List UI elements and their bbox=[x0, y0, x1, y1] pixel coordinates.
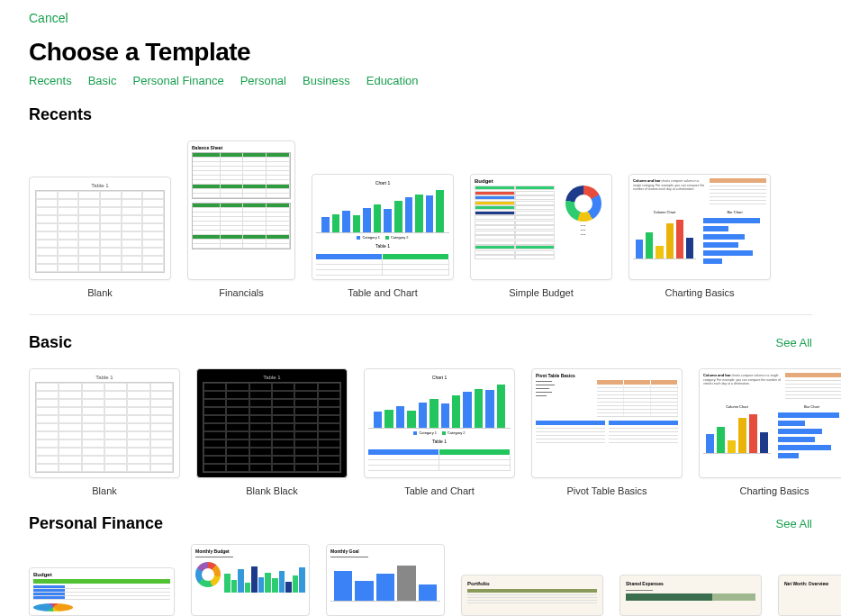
template-charting-basics[interactable]: Column and bar charts compare values in … bbox=[628, 174, 771, 298]
thumb-caption: Table 1 bbox=[35, 375, 174, 380]
template-net-worth[interactable]: Net Worth: Overview bbox=[778, 575, 841, 616]
legend-label: Category 2 bbox=[391, 235, 409, 240]
template-shared-expenses[interactable]: Shared Expenses ▬▬▬▬▬▬▬▬▬▬ bbox=[619, 575, 762, 616]
section-title-basic: Basic bbox=[29, 333, 72, 352]
basic-row: Table 1 Blank Table 1 Blank Black Chart … bbox=[29, 368, 812, 496]
tab-personal-finance[interactable]: Personal Finance bbox=[133, 74, 224, 87]
thumb-table-chart: Chart 1 Category 1Category 2 Table 1 bbox=[364, 368, 515, 478]
see-all-basic[interactable]: See All bbox=[776, 336, 812, 349]
thumb-blank-black: Table 1 bbox=[196, 368, 348, 478]
chart-label: Column Chart bbox=[633, 210, 696, 214]
thumb-caption: Table 1 bbox=[35, 183, 165, 188]
thumb-table-chart: Chart 1 Category 1Category 2 Table 1 bbox=[312, 174, 454, 280]
legend-label: Category 1 bbox=[419, 430, 437, 435]
template-portfolio[interactable]: Portfolio bbox=[461, 575, 603, 616]
tab-recents[interactable]: Recents bbox=[29, 74, 72, 87]
template-label: Table and Chart bbox=[348, 287, 418, 298]
chart-label: Bar Chart bbox=[778, 404, 841, 409]
legend-label: Category 1 bbox=[362, 235, 380, 240]
page-title: Choose a Template bbox=[29, 38, 812, 67]
thumb-caption: Pivot Table Basics bbox=[536, 373, 678, 378]
recents-row: Table 1 Blank Balance Sheet bbox=[29, 140, 812, 298]
cancel-button[interactable]: Cancel bbox=[29, 11, 812, 25]
thumb-caption: Net Worth: Overview bbox=[784, 581, 840, 586]
template-label: Blank bbox=[92, 485, 117, 496]
tab-business[interactable]: Business bbox=[303, 74, 350, 87]
template-label: Financials bbox=[219, 287, 264, 298]
thumb-pf-budget: Budget bbox=[29, 567, 175, 616]
thumb-caption: Monthly Goal bbox=[330, 548, 440, 554]
template-simple-budget[interactable]: Budget bbox=[470, 174, 612, 298]
thumb-caption: Table 1 bbox=[316, 243, 449, 249]
template-pf-budget[interactable]: Budget bbox=[29, 567, 175, 616]
thumb-caption: Budget bbox=[475, 178, 608, 184]
see-all-personal-finance[interactable]: See All bbox=[776, 517, 812, 530]
category-tabs: Recents Basic Personal Finance Personal … bbox=[29, 74, 812, 87]
thumb-caption: Portfolio bbox=[467, 581, 597, 586]
template-monthly-budget[interactable]: Monthly Budget ▬▬▬▬▬▬▬▬▬▬▬▬▬▬ bbox=[191, 544, 310, 616]
tab-basic[interactable]: Basic bbox=[88, 74, 117, 87]
template-label: Table and Chart bbox=[404, 485, 475, 496]
thumb-net-worth: Net Worth: Overview bbox=[778, 575, 841, 616]
template-table-and-chart-basic[interactable]: Chart 1 Category 1Category 2 Table 1 bbox=[364, 368, 515, 496]
section-title-personal-finance: Personal Finance bbox=[29, 514, 163, 533]
thumb-caption: Monthly Budget bbox=[195, 548, 305, 554]
template-blank-black[interactable]: Table 1 Blank Black bbox=[196, 368, 348, 496]
template-label: Blank bbox=[87, 287, 113, 298]
thumb-monthly-goal: Monthly Goal ▬▬▬▬▬▬▬▬▬▬▬▬▬▬ bbox=[326, 544, 445, 616]
thumb-bold: Column and bar bbox=[633, 178, 660, 183]
thumb-charting: Column and bar charts compare values in … bbox=[628, 174, 771, 280]
tab-education[interactable]: Education bbox=[366, 74, 419, 87]
thumb-caption: Chart 1 bbox=[368, 375, 511, 380]
thumb-portfolio: Portfolio bbox=[461, 575, 603, 616]
thumb-caption: Balance Sheet bbox=[192, 145, 291, 150]
donut-chart-icon bbox=[33, 603, 73, 611]
template-blank-basic[interactable]: Table 1 Blank bbox=[29, 368, 180, 496]
template-label: Charting Basics bbox=[739, 485, 809, 496]
chart-label: Column Chart bbox=[703, 404, 771, 409]
chart-label: Bar Chart bbox=[703, 210, 766, 214]
thumb-caption: Budget bbox=[33, 572, 170, 577]
donut-chart-icon bbox=[565, 186, 601, 222]
template-table-and-chart[interactable]: Chart 1 Category 1Category 2 Table 1 bbox=[312, 174, 454, 298]
thumb-bold: Column and bar bbox=[703, 373, 730, 377]
thumb-caption: Table 1 bbox=[203, 375, 341, 380]
template-label: Simple Budget bbox=[509, 287, 574, 298]
template-charting-basics-basic[interactable]: Column and bar charts compare values in … bbox=[699, 368, 841, 496]
template-label: Blank Black bbox=[246, 485, 297, 496]
template-monthly-goal[interactable]: Monthly Goal ▬▬▬▬▬▬▬▬▬▬▬▬▬▬ bbox=[326, 544, 445, 616]
template-label: Charting Basics bbox=[665, 287, 734, 298]
thumb-financials: Balance Sheet bbox=[187, 140, 295, 280]
personal-finance-row: Budget Monthly Budget ▬▬▬▬▬▬▬▬▬▬▬▬▬▬ bbox=[29, 544, 812, 616]
section-divider bbox=[29, 314, 812, 315]
donut-chart-icon bbox=[195, 562, 221, 587]
template-blank[interactable]: Table 1 Blank bbox=[29, 177, 171, 298]
template-label: Pivot Table Basics bbox=[566, 485, 647, 496]
thumb-monthly-budget: Monthly Budget ▬▬▬▬▬▬▬▬▬▬▬▬▬▬ bbox=[191, 544, 310, 616]
thumb-caption: Table 1 bbox=[368, 439, 511, 444]
thumb-caption: Shared Expenses bbox=[626, 581, 755, 586]
thumb-pivot: Pivot Table Basics ▬▬▬▬▬▬▬▬▬▬▬▬▬▬▬▬▬▬▬▬▬… bbox=[531, 368, 683, 478]
thumb-budget: Budget bbox=[470, 174, 612, 280]
legend-label: Category 2 bbox=[448, 430, 466, 435]
section-title-recents: Recents bbox=[29, 105, 92, 124]
thumb-shared-expenses: Shared Expenses ▬▬▬▬▬▬▬▬▬▬ bbox=[619, 575, 762, 616]
template-financials[interactable]: Balance Sheet bbox=[187, 140, 295, 298]
template-pivot-basics[interactable]: Pivot Table Basics ▬▬▬▬▬▬▬▬▬▬▬▬▬▬▬▬▬▬▬▬▬… bbox=[531, 368, 683, 496]
thumb-blank: Table 1 bbox=[29, 177, 171, 280]
thumb-charting: Column and bar charts compare values in … bbox=[699, 368, 841, 478]
thumb-caption: Chart 1 bbox=[316, 180, 449, 186]
thumb-blank: Table 1 bbox=[29, 368, 180, 478]
tab-personal[interactable]: Personal bbox=[240, 74, 286, 87]
